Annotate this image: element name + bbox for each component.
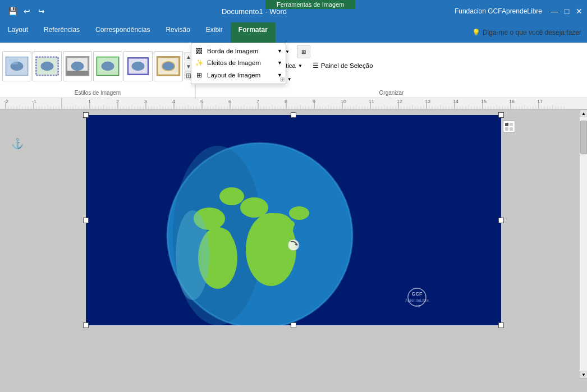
expand-icon[interactable]: ⊞: [280, 76, 285, 82]
efeitos-caret: ▼: [277, 60, 282, 66]
svg-text:2: 2: [116, 99, 119, 104]
efeitos-imagem-btn[interactable]: ✨ Efeitos de Imagem ▼: [191, 57, 286, 69]
title-bar: 💾 ↩ ↪ Documento1 - Word Ferramentas de I…: [0, 0, 587, 22]
style-thumb-4[interactable]: [93, 51, 122, 81]
svg-rect-240: [510, 127, 513, 131]
maximize-icon[interactable]: □: [561, 6, 572, 17]
help-label: Diga-me o que você deseja fazer: [483, 29, 581, 36]
svg-rect-7: [66, 71, 88, 75]
tab-layout[interactable]: Layout: [0, 22, 36, 43]
svg-text:15: 15: [481, 99, 487, 104]
svg-rect-238: [510, 123, 513, 126]
organizar-label: Organizar: [196, 90, 587, 96]
handle-tr[interactable]: [498, 112, 504, 118]
svg-point-246: [240, 197, 268, 218]
undo-icon[interactable]: ↩: [21, 6, 33, 17]
tab-revisao[interactable]: Revisão: [158, 22, 198, 43]
efeitos-label: Efeitos de Imagem: [207, 59, 261, 66]
redo-icon[interactable]: ↪: [36, 6, 47, 17]
painel-selecao-btn[interactable]: ☰ Painel de Seleção: [309, 59, 377, 72]
save-icon[interactable]: 💾: [7, 6, 18, 17]
handle-bc[interactable]: [291, 322, 296, 328]
ruler: -2-11234567891011121314151617: [0, 98, 587, 109]
style-thumb-5[interactable]: [123, 51, 153, 81]
estilos-label: Estilos de Imagem: [0, 90, 195, 96]
svg-point-252: [281, 220, 295, 229]
document-area: ⚓: [0, 109, 587, 379]
document-title: Documento1 - Word: [54, 7, 455, 16]
svg-point-6: [71, 62, 84, 71]
help-button[interactable]: 💡 Diga-me o que você deseja fazer: [466, 22, 587, 43]
borda-caret: ▼: [277, 48, 282, 54]
svg-point-249: [209, 228, 232, 248]
style-thumb-2[interactable]: [33, 51, 62, 81]
svg-text:-1: -1: [32, 99, 36, 104]
svg-text:1: 1: [88, 99, 91, 104]
svg-point-247: [219, 187, 244, 205]
document-page: GCF AprendeLibre .org: [80, 115, 507, 325]
svg-text:5: 5: [200, 99, 203, 104]
svg-text:14: 14: [453, 99, 458, 104]
anchor-icon: ⚓: [11, 137, 24, 150]
svg-rect-2: [8, 59, 17, 64]
image-selection: GCF AprendeLibre .org: [86, 115, 501, 325]
handle-bl[interactable]: [83, 322, 89, 328]
svg-rect-239: [505, 127, 508, 131]
svg-point-254: [176, 210, 209, 300]
svg-text:3: 3: [144, 99, 147, 104]
tab-correspondencias[interactable]: Correspondências: [88, 22, 158, 43]
rotate-handle[interactable]: [287, 238, 300, 253]
handle-mr[interactable]: [498, 218, 504, 223]
borda-imagem-btn[interactable]: 🖼 Borda de Imagem ▼: [191, 45, 286, 57]
svg-text:-2: -2: [4, 99, 8, 104]
style-thumb-1[interactable]: [2, 51, 31, 81]
tab-referencias[interactable]: Referências: [36, 22, 88, 43]
estilos-section: ▲ ▼ ⊞ Estilos de Imagem 🖼 Borda de Image…: [0, 43, 196, 98]
brand-label: Fundacion GCFAprendeLibre: [455, 7, 549, 15]
svg-text:4: 4: [172, 99, 175, 104]
borda-label: Borda de Imagem: [207, 48, 258, 54]
style-thumb-3[interactable]: [63, 51, 92, 81]
layout-imagem-btn[interactable]: ⊞ Layout de Imagem ▼: [191, 69, 286, 81]
svg-text:AprendeLibre: AprendeLibre: [405, 298, 429, 303]
borda-icon: 🖼: [195, 48, 204, 54]
layout-options-button[interactable]: [503, 121, 515, 133]
minimize-icon[interactable]: —: [549, 6, 560, 17]
svg-text:GCF: GCF: [412, 291, 423, 297]
alinhar-caret: ▼: [287, 77, 292, 82]
tab-exibir[interactable]: Exibir: [198, 22, 231, 43]
scroll-down-btn[interactable]: ▼: [580, 371, 587, 379]
styles-dropdown-popup: 🖼 Borda de Imagem ▼ ✨ Efeitos de Imagem …: [191, 43, 286, 84]
svg-text:16: 16: [509, 99, 515, 104]
svg-text:11: 11: [369, 99, 374, 104]
crop-expand-btn[interactable]: ⊞: [297, 45, 310, 58]
handle-tc[interactable]: [291, 112, 296, 118]
ribbon-tabs: Layout Referências Correspondências Revi…: [0, 22, 587, 43]
lightbulb-icon: 💡: [472, 29, 480, 36]
svg-text:.org: .org: [414, 304, 420, 307]
svg-point-251: [289, 206, 309, 220]
svg-point-11: [132, 62, 145, 71]
handle-tl[interactable]: [83, 112, 89, 118]
scrollbar-thumb[interactable]: [580, 121, 587, 154]
ferramentas-header: Ferramentas de Imagem: [265, 0, 355, 9]
globe-image: GCF AprendeLibre .org: [86, 115, 501, 325]
handle-br[interactable]: [498, 322, 504, 328]
ribbon-content: ▲ ▼ ⊞ Estilos de Imagem 🖼 Borda de Image…: [0, 43, 587, 98]
style-thumbnails: [2, 51, 183, 81]
close-icon[interactable]: ✕: [574, 6, 585, 17]
layout-icon: ⊞: [195, 71, 204, 79]
image-content: GCF AprendeLibre .org: [86, 115, 501, 325]
style-thumb-6[interactable]: [154, 51, 183, 81]
handle-ml[interactable]: [83, 218, 89, 223]
svg-rect-237: [505, 123, 508, 126]
svg-text:8: 8: [285, 99, 287, 104]
svg-text:17: 17: [537, 99, 543, 104]
svg-text:12: 12: [397, 99, 402, 104]
svg-text:7: 7: [256, 99, 259, 104]
vertical-scrollbar[interactable]: ▲ ▼: [579, 109, 587, 379]
scroll-up-btn[interactable]: ▲: [580, 109, 587, 117]
svg-point-4: [41, 62, 54, 71]
tab-formatar[interactable]: Formatar: [231, 22, 276, 43]
layout-label: Layout de Imagem: [207, 72, 260, 79]
